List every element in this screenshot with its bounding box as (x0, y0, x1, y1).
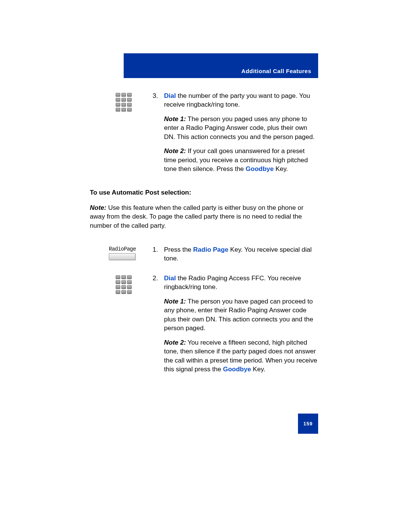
step3-note1: Note 1: The person you paged uses any ph… (164, 115, 318, 141)
step-2-text: Dial the Radio Paging Access FFC. You re… (164, 274, 318, 292)
goodbye-keyword: Goodbye (246, 165, 274, 173)
goodbye-keyword: Goodbye (223, 366, 251, 373)
content-area: 3. Dial the number of the party you want… (90, 91, 318, 374)
step2-note1-text: The person you have paged can proceed to… (164, 298, 313, 332)
step-number: 3. (153, 91, 164, 100)
step-3-text: Dial the number of the party you want to… (164, 91, 318, 109)
header-bar: Additional Call Features (124, 53, 318, 78)
step2-note2: Note 2: You receive a fifteen second, hi… (164, 338, 318, 374)
note1-label: Note 1: (164, 115, 186, 123)
intro-note-text: Use this feature when the called party i… (90, 204, 303, 229)
note2-label: Note 2: (164, 147, 186, 155)
dial-keyword: Dial (164, 92, 176, 99)
intro-note: Note: Use this feature when the called p… (90, 203, 318, 230)
step2-note1: Note 1: The person you have paged can pr… (164, 297, 318, 333)
keypad-icon (116, 93, 153, 112)
note1-text: The person you paged uses any phone to e… (164, 115, 315, 141)
step3-note2: Note 2: If your call goes unanswered for… (164, 147, 318, 173)
step-1-text: Press the Radio Page Key. You receive sp… (164, 245, 318, 263)
radio-page-button-graphic: RadioPage (109, 246, 153, 260)
intro-note-label: Note: (90, 204, 106, 211)
step-2-row: 2. Dial the Radio Paging Access FFC. You… (90, 274, 318, 374)
step-number: 2. (153, 274, 164, 283)
step-1-row: RadioPage 1. Press the Radio Page Key. Y… (90, 245, 318, 263)
step-3-rest: the number of the party you want to page… (164, 92, 310, 108)
step2-a: the Radio Paging Access FFC. You receive… (164, 275, 301, 291)
radio-page-button-icon (109, 253, 135, 260)
note2-text-b: Key. (274, 165, 288, 173)
page-number: 159 (303, 421, 313, 427)
section-heading: To use Automatic Post selection: (90, 189, 318, 197)
radio-page-keyword: Radio Page (193, 246, 229, 253)
page-number-box: 159 (298, 414, 318, 434)
note2-label: Note 2: (164, 339, 186, 346)
header-title: Additional Call Features (241, 68, 311, 74)
radio-page-label: RadioPage (109, 246, 153, 252)
keypad-icon (116, 275, 153, 294)
step2-note2-b: Key. (251, 366, 265, 373)
step1-a: Press the (164, 246, 193, 253)
step-3-row: 3. Dial the number of the party you want… (90, 91, 318, 174)
note1-label: Note 1: (164, 298, 186, 305)
dial-keyword: Dial (164, 275, 176, 282)
step-number: 1. (153, 245, 164, 254)
